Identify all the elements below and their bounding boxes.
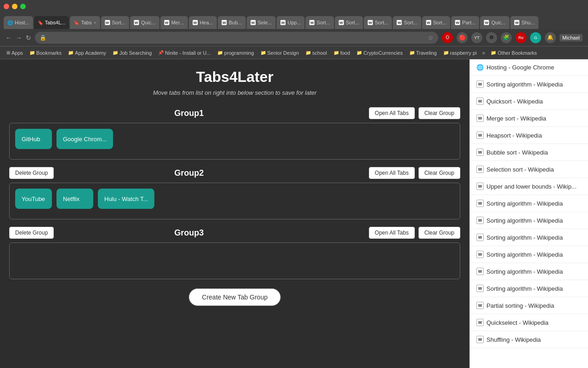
open-all-tabs-button-2[interactable]: Open All Tabs [369, 227, 415, 239]
group-container-1: Delete GroupGroup2Open All TabsClear Gro… [9, 167, 460, 219]
group-actions-2: Open All TabsClear Group [369, 227, 460, 239]
bookmark-label: CryptoCurrencies [363, 50, 403, 56]
tab-13[interactable]: WSort... [393, 16, 421, 29]
bookmark-item-6[interactable]: 📁Senior Design [258, 49, 302, 57]
sidebar-item-13[interactable]: WSorting algorithm - Wikipedia [470, 280, 588, 297]
clear-group-button-1[interactable]: Clear Group [418, 167, 460, 179]
bookmark-item-8[interactable]: 📁food [331, 49, 353, 57]
tab-2[interactable]: 🔖Tabs× [70, 16, 100, 29]
addon-icon-5[interactable]: Re [515, 32, 526, 43]
page-title: Tabs4Later [9, 69, 460, 86]
open-all-tabs-button-0[interactable]: Open All Tabs [369, 107, 415, 119]
delete-group-button-2[interactable]: Delete Group [9, 227, 54, 239]
delete-group-button-1[interactable]: Delete Group [9, 167, 54, 179]
bookmark-item-7[interactable]: 📁school [303, 49, 330, 57]
tab-16[interactable]: WQuic... [480, 16, 509, 29]
tab-9[interactable]: WUpp... [277, 16, 305, 29]
maximize-button[interactable] [20, 4, 26, 9]
open-all-tabs-button-1[interactable]: Open All Tabs [369, 167, 415, 179]
sidebar-item-label: Quickselect - Wikipedia [486, 319, 548, 326]
group-container-2: Delete GroupGroup3Open All TabsClear Gro… [9, 227, 460, 279]
tab-label: Sele... [258, 20, 272, 25]
addon-icon-2[interactable]: YT [471, 32, 482, 43]
sidebar-item-icon: W [476, 336, 484, 343]
tab-card-0-0[interactable]: GitHub [15, 129, 52, 149]
bookmark-item-5[interactable]: 📁programming [215, 49, 257, 57]
tab-8[interactable]: WSele... [247, 16, 276, 29]
minimize-button[interactable] [12, 4, 17, 9]
tab-7[interactable]: WBub... [218, 16, 246, 29]
sidebar-item-3[interactable]: WMerge sort - Wikipedia [470, 110, 588, 127]
bookmark-item-11[interactable]: 📁raspberry pi [441, 49, 480, 57]
bookmark-folder-icon: 📁 [334, 50, 339, 55]
sidebar-item-2[interactable]: WQuicksort - Wikipedia [470, 93, 588, 110]
sidebar-item-6[interactable]: WSelection sort - Wikipedia [470, 161, 588, 178]
sidebar-item-icon: W [476, 132, 484, 139]
forward-button[interactable]: → [16, 34, 22, 41]
sidebar-item-11[interactable]: WSorting algorithm - Wikipedia [470, 246, 588, 263]
tab-label: Upp... [288, 20, 301, 25]
profile-badge[interactable]: Michael [560, 34, 582, 41]
bookmark-label: Other Bookmarks [498, 50, 537, 56]
sidebar-item-16[interactable]: WShuffling - Wikipedia [470, 331, 588, 348]
tab-0[interactable]: 🌐Host... [4, 16, 33, 29]
sidebar-item-icon: W [476, 166, 484, 173]
bookmark-item-12[interactable]: » [481, 49, 487, 57]
tab-card-1-0[interactable]: YouTube [15, 189, 52, 209]
sidebar-item-5[interactable]: WBubble sort - Wikipedia [470, 144, 588, 161]
addon-icon-4[interactable]: 🧩 [501, 32, 512, 43]
bookmark-item-3[interactable]: 📁Job Searching [110, 49, 154, 57]
tab-3[interactable]: WSort... [101, 16, 129, 29]
sidebar-item-4[interactable]: WHeapsort - Wikipedia [470, 127, 588, 144]
tab-15[interactable]: WPart... [451, 16, 479, 29]
close-button[interactable] [4, 4, 9, 9]
sidebar-item-9[interactable]: WSorting algorithm - Wikipedia [470, 212, 588, 229]
tab-11[interactable]: WSort... [335, 16, 363, 29]
sidebar-item-0[interactable]: 🌐Hosting - Google Chrome [470, 59, 588, 76]
tab-card-1-1[interactable]: Netflix [57, 189, 93, 209]
sidebar-item-7[interactable]: WUpper and lower bounds - Wikip... [470, 178, 588, 195]
tab-17[interactable]: WShu... [510, 16, 538, 29]
bookmark-item-9[interactable]: 📁CryptoCurrencies [354, 49, 406, 57]
opera-icon[interactable]: O [442, 32, 453, 43]
bookmark-star-icon[interactable]: ☆ [428, 34, 434, 41]
tab-card-0-1[interactable]: Google Chrom... [57, 129, 113, 149]
sidebar-item-15[interactable]: WQuickselect - Wikipedia [470, 314, 588, 331]
create-new-group-button[interactable]: Create New Tab Group [189, 288, 281, 306]
addon-icon-7[interactable]: 🔔 [545, 32, 556, 43]
tab-4[interactable]: WQuic... [130, 16, 159, 29]
bookmark-item-13[interactable]: 📁Other Bookmarks [488, 49, 540, 57]
clear-group-button-2[interactable]: Clear Group [418, 227, 460, 239]
sidebar-item-label: Sorting algorithm - Wikipedia [486, 217, 563, 224]
bookmark-item-1[interactable]: 📁Bookmarks [27, 49, 64, 57]
addon-icon-1[interactable]: 🔴 [457, 32, 468, 43]
tab-5[interactable]: WMer... [160, 16, 188, 29]
tab-1[interactable]: 🔖Tabs4L... [34, 16, 69, 29]
reload-button[interactable]: ↻ [26, 34, 31, 41]
back-button[interactable]: ← [6, 34, 12, 41]
tab-6[interactable]: WHea... [189, 16, 217, 29]
addon-icon-3[interactable]: ⚙ [486, 32, 497, 43]
tab-card-1-2[interactable]: Hulu - Watch T... [98, 189, 154, 209]
tab-favicon-icon: W [250, 20, 256, 25]
tab-14[interactable]: WSort... [422, 16, 450, 29]
sidebar-item-14[interactable]: WPartial sorting - Wikipedia [470, 297, 588, 314]
sidebar-item-8[interactable]: WSorting algorithm - Wikipedia [470, 195, 588, 212]
bookmark-item-0[interactable]: ⊞Apps [4, 49, 26, 57]
bookmark-item-2[interactable]: 📁App Academy [65, 49, 109, 57]
bookmark-folder-icon: 📌 [158, 50, 164, 55]
bookmark-item-4[interactable]: 📌Ninite - Install or U... [155, 49, 214, 57]
clear-group-button-0[interactable]: Clear Group [418, 107, 460, 119]
sidebar-item-label: Shuffling - Wikipedia [486, 336, 541, 343]
addon-icon-6[interactable]: G [530, 32, 541, 43]
tab-10[interactable]: WSort... [305, 16, 334, 29]
bookmark-folder-icon: 📁 [305, 50, 311, 55]
bookmark-item-10[interactable]: 📁Traveling [407, 49, 440, 57]
tab-close-icon[interactable]: × [94, 20, 96, 25]
sidebar-item-label: Quicksort - Wikipedia [486, 98, 543, 105]
sidebar-item-10[interactable]: WSorting algorithm - Wikipedia [470, 229, 588, 246]
tab-12[interactable]: WSort... [364, 16, 392, 29]
url-bar[interactable]: 🔒 ☆ [35, 32, 438, 44]
sidebar-item-12[interactable]: WSorting algorithm - Wikipedia [470, 263, 588, 280]
sidebar-item-1[interactable]: WSorting algorithm - Wikipedia [470, 76, 588, 93]
